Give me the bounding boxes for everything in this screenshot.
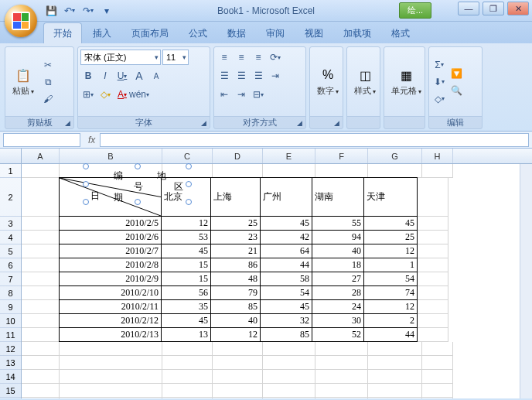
cell[interactable]: 18 <box>312 258 364 272</box>
cell[interactable]: 54 <box>260 285 312 300</box>
bold-button[interactable]: B <box>80 68 96 84</box>
row-header-9[interactable]: 9 <box>0 300 21 314</box>
row-header-16[interactable]: 16 <box>0 398 21 398</box>
cell[interactable] <box>22 231 60 244</box>
font-launcher[interactable]: ◢ <box>199 118 208 128</box>
cell[interactable] <box>60 370 162 384</box>
cell[interactable] <box>422 356 453 370</box>
cell[interactable]: 54 <box>363 272 418 286</box>
cell[interactable]: 55 <box>312 216 364 231</box>
cell[interactable] <box>368 370 422 384</box>
cell[interactable]: 94 <box>312 230 364 244</box>
resize-handle-nw[interactable] <box>83 163 89 169</box>
cell[interactable] <box>422 384 453 398</box>
cell[interactable]: 2010/2/13 <box>59 327 162 342</box>
cell[interactable] <box>263 356 315 370</box>
cell[interactable]: 45 <box>161 244 211 258</box>
border-button[interactable]: ⊞ <box>80 87 96 102</box>
merge-button[interactable]: ⊟ <box>251 87 266 102</box>
cell[interactable]: 56 <box>161 285 211 300</box>
col-header-C[interactable]: C <box>162 149 213 163</box>
cell[interactable]: 74 <box>363 285 418 300</box>
cell[interactable]: 44 <box>260 258 312 272</box>
resize-handle-ne[interactable] <box>186 163 192 169</box>
cell[interactable] <box>368 384 422 398</box>
wrap-text-button[interactable]: ⇥ <box>268 68 283 84</box>
align-bottom-button[interactable]: ≡ <box>251 50 266 65</box>
cell[interactable]: 2010/2/9 <box>59 272 162 286</box>
cell[interactable] <box>22 384 60 398</box>
col-header-F[interactable]: F <box>315 149 368 163</box>
cell[interactable] <box>213 356 263 370</box>
cell[interactable] <box>418 286 448 300</box>
increase-indent-button[interactable]: ⇥ <box>234 87 249 102</box>
cell[interactable] <box>213 398 263 398</box>
cell[interactable]: 湖南 <box>312 177 364 217</box>
tab-format[interactable]: 格式 <box>382 23 419 43</box>
cell[interactable]: 13 <box>161 327 211 342</box>
cell[interactable]: 27 <box>312 272 364 286</box>
cell[interactable]: 25 <box>363 230 418 244</box>
cell[interactable]: 24 <box>312 299 364 314</box>
col-header-G[interactable]: G <box>368 149 422 163</box>
cell[interactable] <box>22 178 60 217</box>
cell[interactable] <box>162 370 213 384</box>
row-header-5[interactable]: 5 <box>0 244 21 258</box>
cell[interactable]: 32 <box>260 313 312 328</box>
phonetic-button[interactable]: wén <box>131 87 147 102</box>
cell[interactable]: 58 <box>260 272 312 286</box>
row-header-11[interactable]: 11 <box>0 328 21 342</box>
cell[interactable] <box>22 356 60 370</box>
cell[interactable] <box>60 384 162 398</box>
cell[interactable]: 35 <box>161 299 211 314</box>
cell[interactable] <box>418 272 448 286</box>
redo-button[interactable]: ↷ <box>80 3 96 19</box>
cell[interactable] <box>263 370 315 384</box>
align-right-button[interactable]: ☰ <box>251 68 266 84</box>
row-header-6[interactable]: 6 <box>0 258 21 272</box>
cell[interactable] <box>368 356 422 370</box>
cell[interactable] <box>22 258 60 272</box>
col-header-H[interactable]: H <box>422 149 453 163</box>
tab-home[interactable]: 开始 <box>43 22 82 43</box>
formula-input[interactable] <box>100 133 529 147</box>
cell[interactable]: 12 <box>363 299 418 314</box>
font-name-select[interactable]: 宋体 (正文) <box>80 50 161 65</box>
autosum-button[interactable]: Σ <box>431 57 447 73</box>
orientation-button[interactable]: ⟳ <box>268 50 283 65</box>
cells-button[interactable]: ▦单元格 <box>387 50 426 114</box>
cell[interactable] <box>22 286 60 300</box>
cell[interactable] <box>22 244 60 258</box>
cell[interactable]: 42 <box>260 230 312 244</box>
cell[interactable] <box>263 342 315 356</box>
cell[interactable] <box>22 314 60 328</box>
cell[interactable] <box>418 178 448 217</box>
cell[interactable]: 2010/2/5 <box>59 216 162 231</box>
cell[interactable] <box>213 384 263 398</box>
tab-view[interactable]: 视图 <box>295 23 332 43</box>
tab-page-layout[interactable]: 页面布局 <box>122 23 178 43</box>
number-launcher[interactable]: ◢ <box>332 118 341 128</box>
fill-button[interactable]: ⬇ <box>431 74 447 90</box>
resize-handle-se[interactable] <box>186 199 192 205</box>
cell[interactable]: 15 <box>161 272 211 286</box>
cell[interactable] <box>418 258 448 272</box>
cell[interactable] <box>22 217 60 231</box>
cell[interactable] <box>315 384 368 398</box>
tab-review[interactable]: 审阅 <box>257 23 294 43</box>
alignment-launcher[interactable]: ◢ <box>295 118 304 128</box>
align-center-button[interactable]: ☰ <box>234 68 249 84</box>
cell[interactable]: 45 <box>161 313 211 328</box>
cell[interactable] <box>60 342 162 356</box>
close-button[interactable]: ✕ <box>507 2 529 15</box>
cell[interactable] <box>213 164 263 178</box>
row-header-7[interactable]: 7 <box>0 272 21 286</box>
row-header-13[interactable]: 13 <box>0 356 21 370</box>
copy-button[interactable]: ⧉ <box>40 74 56 90</box>
fx-icon[interactable]: fx <box>88 135 95 145</box>
clipboard-launcher[interactable]: ◢ <box>63 118 72 128</box>
cell[interactable]: 79 <box>210 285 261 300</box>
cell[interactable]: 2010/2/10 <box>59 285 162 300</box>
cell[interactable]: 45 <box>363 216 418 231</box>
cell[interactable]: 12 <box>210 327 261 342</box>
